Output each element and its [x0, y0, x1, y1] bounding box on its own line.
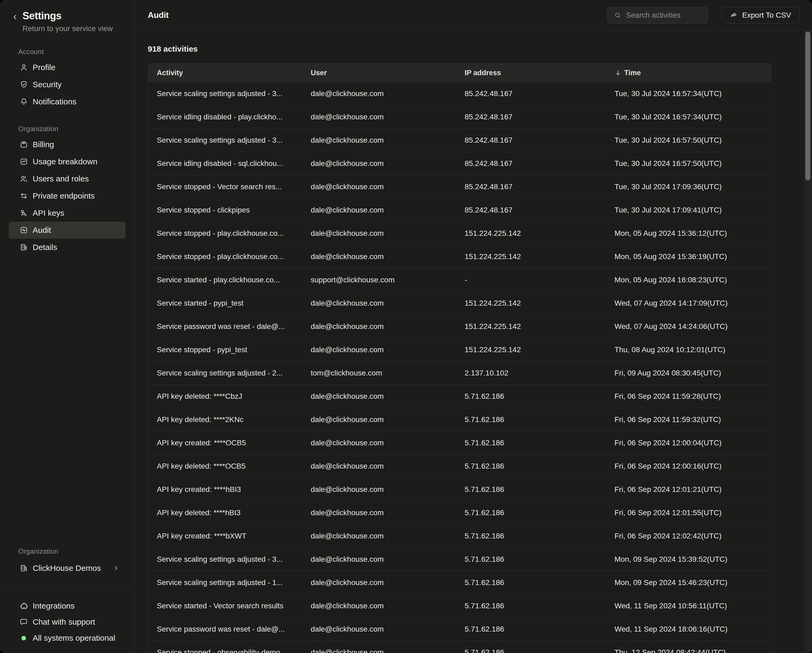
ip-cell: 2.137.10.102 [456, 369, 606, 377]
activity-cell: Service stopped - play.clickhouse.co... [148, 252, 302, 261]
user-cell: support@clickhouse.com [302, 276, 456, 284]
section-label-account: Account [18, 47, 134, 56]
audit-table-row: Service scaling settings adjusted - 3...… [148, 128, 771, 152]
search-icon [614, 11, 622, 19]
sidebar-item-security[interactable]: Security [9, 76, 125, 93]
building-icon [19, 243, 28, 252]
sidebar-item-billing[interactable]: Billing [9, 136, 125, 153]
activity-cell: Service scaling settings adjusted - 3... [148, 555, 302, 564]
bell-icon [19, 97, 28, 106]
sidebar-item-label: Notifications [33, 97, 76, 107]
activity-cell: Service scaling settings adjusted - 2... [148, 369, 302, 377]
ip-cell: 85.242.48.167 [456, 89, 606, 98]
ip-cell: 85.242.48.167 [456, 206, 606, 214]
ip-cell: 85.242.48.167 [456, 113, 606, 121]
user-cell: dale@clickhouse.com [302, 532, 456, 540]
ip-cell: 5.71.62.186 [456, 392, 606, 401]
activity-cell: API key created: ****OCB5 [148, 439, 302, 447]
user-cell: dale@clickhouse.com [302, 602, 456, 610]
ip-cell: 5.71.62.186 [456, 625, 606, 633]
org-switcher[interactable]: ClickHouse Demos [9, 560, 125, 577]
ip-cell: 5.71.62.186 [456, 462, 606, 470]
sidebar-item-users-and-roles[interactable]: Users and roles [9, 170, 125, 187]
main-panel: Audit Export To CSV 918 activities [134, 0, 812, 653]
time-cell: Fri, 06 Sep 2024 11:59:32(UTC) [606, 415, 771, 424]
arrow-down-icon [615, 69, 621, 76]
audit-table-row: Service started - pypi_test dale@clickho… [148, 291, 771, 315]
activity-cell: API key created: ****bXWT [148, 532, 302, 540]
export-arrow-icon [730, 11, 738, 19]
column-header-ip-address[interactable]: IP address [456, 69, 606, 77]
time-cell: Wed, 07 Aug 2024 14:24:06(UTC) [606, 322, 771, 331]
activity-cell: Service scaling settings adjusted - 3... [148, 136, 302, 145]
user-cell: dale@clickhouse.com [302, 89, 456, 98]
wallet-icon [19, 140, 28, 149]
sidebar-item-profile[interactable]: Profile [9, 59, 125, 76]
sidebar-bottom: Organization ClickHouse Demos Integratio… [0, 547, 134, 653]
ip-cell: 5.71.62.186 [456, 648, 606, 653]
ip-cell: 5.71.62.186 [456, 439, 606, 447]
sidebar-item-audit[interactable]: Audit [9, 221, 125, 239]
user-cell: dale@clickhouse.com [302, 415, 456, 424]
time-cell: Thu, 08 Aug 2024 10:12:01(UTC) [606, 345, 771, 354]
time-cell: Fri, 06 Sep 2024 12:02:42(UTC) [606, 532, 771, 540]
audit-table-row: API key created: ****bXWT dale@clickhous… [148, 524, 771, 548]
topbar: Audit Export To CSV [134, 0, 812, 31]
activity-cell: Service stopped - Vector search res... [148, 183, 302, 191]
time-cell: Wed, 11 Sep 2024 10:56:11(UTC) [606, 602, 771, 610]
chevron-right-icon [113, 565, 120, 572]
organization-nav: Billing Usage breakdown Users and roles … [0, 136, 134, 256]
user-cell: dale@clickhouse.com [302, 206, 456, 214]
user-icon [19, 63, 28, 72]
column-header-label: Time [624, 69, 641, 77]
scrollbar-track[interactable] [804, 31, 812, 653]
swap-arrows-icon [19, 191, 28, 200]
ip-cell: 5.71.62.186 [456, 485, 606, 494]
time-cell: Tue, 30 Jul 2024 17:09:36(UTC) [606, 183, 771, 191]
back-button[interactable] [11, 14, 19, 21]
sidebar-item-api-keys[interactable]: API keys [9, 204, 125, 221]
column-header-activity[interactable]: Activity [148, 69, 302, 77]
audit-table-row: Service stopped - play.clickhouse.co... … [148, 221, 771, 245]
activity-cell: Service password was reset - dale@... [148, 322, 302, 331]
sidebar-item-details[interactable]: Details [9, 239, 125, 256]
sidebar-item-label: Profile [33, 63, 55, 72]
audit-content: 918 activities Activity User IP address [134, 31, 812, 653]
system-status-link[interactable]: All systems operational [0, 630, 134, 646]
user-cell: dale@clickhouse.com [302, 136, 456, 145]
integrations-link[interactable]: Integrations [0, 598, 134, 614]
ip-cell: 5.71.62.186 [456, 555, 606, 564]
sidebar-item-label: Details [33, 243, 57, 252]
audit-table-row: Service idling disabled - sql.clickhou..… [148, 152, 771, 175]
column-header-user[interactable]: User [302, 69, 456, 77]
ip-cell: 151.224.225.142 [456, 322, 606, 331]
section-label-org-switcher: Organization [18, 547, 134, 555]
sidebar-item-private-endpoints[interactable]: Private endpoints [9, 187, 125, 204]
search-input[interactable] [626, 11, 696, 20]
time-cell: Tue, 30 Jul 2024 16:57:34(UTC) [606, 89, 771, 98]
sidebar-item-usage-breakdown[interactable]: Usage breakdown [9, 153, 125, 170]
export-csv-label: Export To CSV [742, 11, 791, 20]
time-cell: Fri, 06 Sep 2024 12:00:16(UTC) [606, 462, 771, 470]
audit-table-row: Service stopped - Vector search res... d… [148, 175, 771, 198]
page-title: Settings [23, 10, 113, 22]
activity-cell: API key created: ****hBI3 [148, 485, 302, 494]
time-cell: Mon, 09 Sep 2024 15:46:23(UTC) [606, 578, 771, 587]
export-csv-button[interactable]: Export To CSV [722, 7, 800, 24]
search-box[interactable] [607, 7, 708, 24]
column-header-time[interactable]: Time [606, 69, 771, 77]
ip-cell: - [456, 276, 606, 284]
table-body: Service scaling settings adjusted - 3...… [148, 82, 771, 653]
chat-with-support-link[interactable]: Chat with support [0, 614, 134, 630]
audit-table-row: Service stopped - play.clickhouse.co... … [148, 245, 771, 268]
time-cell: Mon, 09 Sep 2024 15:39:52(UTC) [606, 555, 771, 564]
audit-table-row: Service started - play.clickhouse.co... … [148, 268, 771, 291]
sidebar-item-label: API keys [33, 208, 64, 218]
sidebar-item-label: Usage breakdown [33, 157, 98, 166]
chart-icon [19, 157, 28, 166]
ip-cell: 151.224.225.142 [456, 345, 606, 354]
sidebar-item-notifications[interactable]: Notifications [9, 93, 125, 110]
time-cell: Fri, 09 Aug 2024 08:30:45(UTC) [606, 369, 771, 377]
scrollbar-thumb[interactable] [805, 32, 810, 180]
audit-table-row: Service stopped - clickpipes dale@clickh… [148, 198, 771, 221]
